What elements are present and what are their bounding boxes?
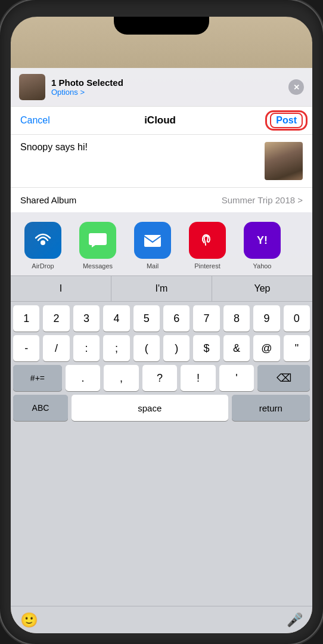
icloud-nav-bar: Cancel iCloud Post <box>11 107 312 135</box>
key-open-paren[interactable]: ( <box>133 335 160 361</box>
key-ampersand[interactable]: & <box>223 335 250 361</box>
phone-device: 2:59 ▲ <box>0 0 323 644</box>
shared-album-value[interactable]: Summer Trip 2018 > <box>222 195 303 205</box>
pinterest-label: Pinterest <box>194 262 220 270</box>
svg-rect-1 <box>144 235 161 247</box>
key-semicolon[interactable]: ; <box>103 335 129 361</box>
app-item-mail[interactable]: Mail <box>126 222 179 270</box>
emoji-bar: 🙂 🎤 <box>11 606 312 633</box>
key-apostrophe[interactable]: ' <box>219 365 254 391</box>
key-question[interactable]: ? <box>142 365 177 391</box>
share-title: 1 Photo Selected <box>51 78 282 88</box>
key-0[interactable]: 0 <box>284 305 310 332</box>
key-exclamation[interactable]: ! <box>181 365 215 391</box>
key-period[interactable]: . <box>66 365 100 391</box>
key-comma[interactable]: , <box>104 365 138 391</box>
post-message-text[interactable]: Snoopy says hi! <box>20 142 257 153</box>
app-item-airdrop[interactable]: AirDrop <box>17 222 69 270</box>
predictive-bar: I I'm Yep <box>11 275 312 302</box>
icloud-content-area: Snoopy says hi! <box>11 135 312 187</box>
keyboard: 1 2 3 4 5 6 7 8 9 0 - <box>11 302 312 606</box>
messages-label: Messages <box>83 262 113 270</box>
emoji-button[interactable]: 🙂 <box>20 612 38 628</box>
mail-icon <box>134 222 171 259</box>
predictive-item-1[interactable]: I <box>11 276 111 301</box>
key-dollar[interactable]: $ <box>193 335 219 361</box>
share-thumbnail <box>19 74 45 100</box>
abc-key[interactable]: ABC <box>13 395 68 421</box>
key-4[interactable]: 4 <box>103 305 129 332</box>
keyboard-row-numbers: 1 2 3 4 5 6 7 8 9 0 <box>13 305 310 332</box>
app-item-pinterest[interactable]: Pinterest <box>181 222 234 270</box>
key-dash[interactable]: - <box>13 335 39 361</box>
phone-screen: 2:59 ▲ <box>11 17 312 633</box>
key-1[interactable]: 1 <box>13 305 39 332</box>
app-item-yahoo[interactable]: Y! Yahoo <box>236 222 288 270</box>
notch <box>114 17 209 35</box>
cancel-button[interactable]: Cancel <box>20 115 50 126</box>
status-spacer <box>11 42 312 68</box>
key-7[interactable]: 7 <box>193 305 219 332</box>
key-close-paren[interactable]: ) <box>163 335 190 361</box>
key-slash[interactable]: / <box>43 335 69 361</box>
predictive-item-3[interactable]: Yep <box>212 276 312 301</box>
key-2[interactable]: 2 <box>43 305 69 332</box>
attached-photo-thumbnail <box>265 142 303 180</box>
pinterest-icon <box>189 222 226 259</box>
space-key[interactable]: space <box>72 395 228 421</box>
shared-album-row[interactable]: Shared Album Summer Trip 2018 > <box>11 187 312 212</box>
delete-key[interactable]: ⌫ <box>257 365 310 391</box>
share-info: 1 Photo Selected Options > <box>51 78 282 97</box>
share-header: 1 Photo Selected Options > ✕ <box>11 68 312 106</box>
messages-icon <box>79 222 116 259</box>
airdrop-icon <box>24 222 61 259</box>
share-apps-row: AirDrop Messages <box>11 212 312 275</box>
svg-point-0 <box>41 240 45 245</box>
key-3[interactable]: 3 <box>73 305 100 332</box>
shared-album-label: Shared Album <box>20 195 76 205</box>
mic-button[interactable]: 🎤 <box>287 612 303 628</box>
keyboard-row-bottom: ABC space return <box>13 395 310 421</box>
key-hashtag-plus-equals[interactable]: #+= <box>13 365 62 391</box>
key-quote[interactable]: " <box>284 335 310 361</box>
svg-text:Y!: Y! <box>257 234 268 246</box>
predictive-item-2[interactable]: I'm <box>111 276 212 301</box>
icloud-title: iCloud <box>144 114 176 126</box>
share-options-link[interactable]: Options > <box>51 88 282 97</box>
app-item-messages[interactable]: Messages <box>72 222 124 270</box>
post-button[interactable]: Post <box>270 113 303 128</box>
key-6[interactable]: 6 <box>163 305 190 332</box>
keyboard-row-special: #+= . , ? ! ' ⌫ <box>13 365 310 391</box>
key-colon[interactable]: : <box>73 335 100 361</box>
keyboard-section: I I'm Yep 1 2 3 <box>11 275 312 633</box>
key-5[interactable]: 5 <box>133 305 160 332</box>
share-close-button[interactable]: ✕ <box>288 79 304 95</box>
mail-label: Mail <box>147 262 159 270</box>
return-key[interactable]: return <box>232 395 310 421</box>
key-at[interactable]: @ <box>253 335 279 361</box>
airdrop-label: AirDrop <box>32 262 54 270</box>
keyboard-row-symbols: - / : ; ( ) $ & @ " <box>13 335 310 361</box>
key-9[interactable]: 9 <box>253 305 279 332</box>
key-8[interactable]: 8 <box>223 305 250 332</box>
yahoo-label: Yahoo <box>253 262 272 270</box>
yahoo-icon: Y! <box>244 222 281 259</box>
icloud-dialog: Cancel iCloud Post Snoopy says hi! Share… <box>11 106 312 212</box>
